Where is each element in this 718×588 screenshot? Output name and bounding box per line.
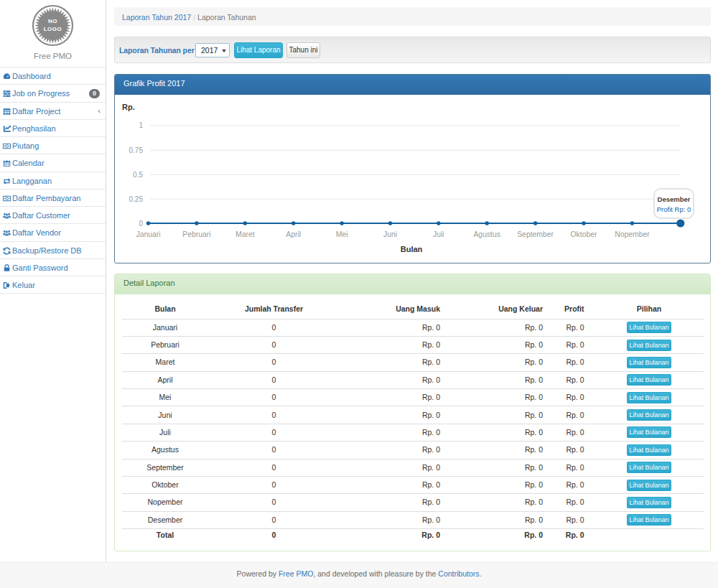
svg-text:September: September: [517, 230, 554, 238]
svg-text:Agustus: Agustus: [473, 230, 500, 238]
svg-text:Oktober: Oktober: [571, 230, 598, 238]
svg-text:0.75: 0.75: [129, 146, 144, 154]
svg-text:0: 0: [139, 220, 143, 228]
svg-text:1: 1: [139, 121, 143, 129]
svg-text:Maret: Maret: [236, 230, 255, 238]
svg-text:Profit Rp: 0: Profit Rp: 0: [657, 205, 691, 213]
svg-text:NO: NO: [48, 18, 57, 24]
svg-text:LOGO: LOGO: [44, 26, 62, 32]
svg-text:Juli: Juli: [433, 230, 444, 238]
svg-text:Bulan: Bulan: [401, 245, 423, 253]
svg-text:Mei: Mei: [336, 230, 348, 238]
svg-text:0.25: 0.25: [129, 195, 144, 203]
svg-text:0.5: 0.5: [133, 171, 143, 179]
svg-text:Nopember: Nopember: [615, 230, 650, 238]
svg-text:Desember: Desember: [658, 195, 691, 203]
svg-text:Januari: Januari: [136, 230, 160, 238]
svg-text:April: April: [286, 230, 301, 238]
svg-text:Pebruari: Pebruari: [182, 230, 210, 238]
svg-text:Juni: Juni: [383, 230, 397, 238]
svg-text:Rp.: Rp.: [122, 103, 135, 111]
